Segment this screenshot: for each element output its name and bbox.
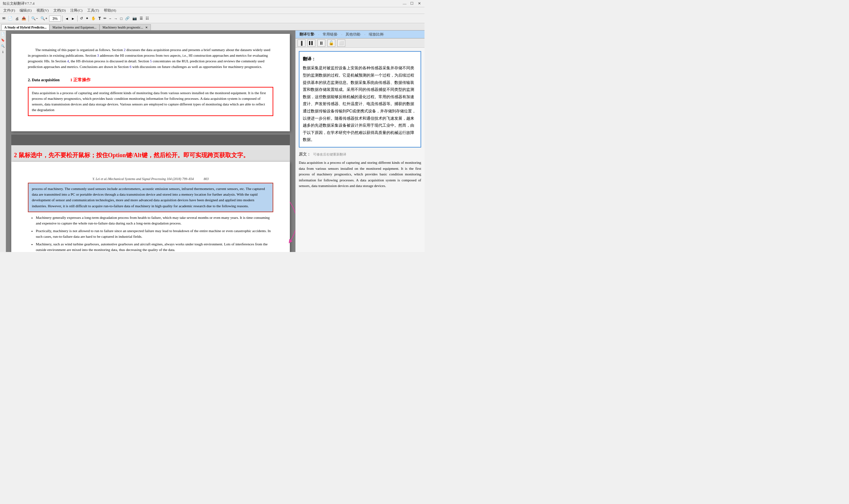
right-panel-toolbar: ‖ ▌▌ ⏸ 🔓 ⬜	[295, 38, 424, 48]
rp-lock-btn[interactable]: 🔓	[327, 39, 335, 47]
section-heading: 2. Data acquisition	[28, 77, 60, 83]
toolbar-btn-4[interactable]: 📤	[21, 15, 27, 22]
section-heading-row: 2. Data acquisition 1 正常操作	[28, 73, 273, 85]
menu-annotation[interactable]: 注释(C)	[68, 7, 85, 14]
toolbar-btn-T[interactable]: T	[97, 15, 102, 22]
translation-label: 翻译：	[303, 55, 417, 63]
document-area[interactable]: The remaining of this paper is organized…	[6, 31, 295, 252]
sidebar-icon-3[interactable]: 🔍	[1, 44, 5, 49]
toolbar-next-page[interactable]: ►	[70, 15, 76, 22]
instruction-label-2: 2 鼠标选中，先不要松开鼠标；按住Option键/Alt键，然后松开。即可实现跨…	[14, 151, 287, 159]
bullet-item-0: Machinery generally expresses a long-ter…	[36, 215, 273, 226]
maximize-button[interactable]: ☐	[409, 1, 415, 6]
rp-pause-btn[interactable]: ⏸	[318, 39, 325, 47]
page-break-bar	[11, 134, 290, 145]
sidebar-icon-2[interactable]: 🔖	[1, 38, 5, 42]
highlighted-paragraph-text: Data acquisition is a process of capturi…	[32, 91, 266, 112]
menu-help[interactable]: 帮助(H)	[102, 7, 118, 14]
original-label: 原文： 可修改后右键重新翻译	[299, 151, 421, 157]
toolbar-zoom-in[interactable]: 🔍+	[39, 15, 48, 22]
rp-tab-zoom[interactable]: 缩放比例·	[367, 31, 386, 37]
footer-ref: Y. Lei et al./Mechanical Systems and Sig…	[28, 176, 273, 181]
tab-1[interactable]: Marine Systems and Equipmen...	[50, 24, 100, 30]
menu-file[interactable]: 文件(F)	[1, 7, 17, 14]
right-panel-tabs: 翻译引擎· · 常用链接· · 其他功能· · 缩放比例·	[295, 31, 424, 38]
toolbar-btn-pen[interactable]: ✏	[103, 15, 107, 22]
right-panel-content[interactable]: 翻译： 数据采集是对被监控设备上安装的各种传感器采集并存储不同类型的监测数据的过…	[295, 48, 424, 252]
selected-paragraph-text: process of machinery. The commonly used …	[32, 187, 265, 208]
section-link-4[interactable]: 4	[67, 59, 69, 63]
section-link-6[interactable]: 6	[130, 65, 132, 69]
main-layout: 📄 🔖 🔍 ℹ The remaining of this paper is o…	[0, 31, 424, 252]
toolbar-sep-2	[62, 16, 63, 21]
tab-2[interactable]: Machinery health prognostic... ✕	[100, 24, 151, 30]
footer-page-number: 803	[204, 177, 209, 181]
close-button[interactable]: ✕	[417, 1, 422, 6]
right-panel: 翻译引擎· · 常用链接· · 其他功能· · 缩放比例· ‖ ▌▌ ⏸ 🔓 ⬜…	[295, 31, 424, 252]
zoom-input[interactable]: 3%	[49, 16, 61, 21]
tab-0-label: A Study of Hybrid Predictio...	[4, 25, 47, 29]
bullet-item-2: Machinery, such as wind turbine gearboxe…	[36, 241, 273, 252]
tab-2-close[interactable]: ✕	[145, 26, 148, 29]
document-tabs: A Study of Hybrid Predictio... Marine Sy…	[0, 23, 424, 31]
menu-tools[interactable]: 工具(T)	[85, 7, 101, 14]
selected-text-box[interactable]: process of machinery. The commonly used …	[28, 183, 273, 212]
highlighted-paragraph-box: Data acquisition is a process of capturi…	[28, 87, 273, 116]
section-link-2[interactable]: 2	[124, 48, 126, 52]
section-link-5[interactable]: 5	[150, 59, 152, 63]
original-text: Data acquisition is a process of capturi…	[299, 160, 421, 189]
intro-paragraph: The remaining of this paper is organized…	[28, 47, 273, 70]
bullet-item-1: Practically, machinery is not allowed to…	[36, 228, 273, 239]
footer-ref-text: Y. Lei et al./Mechanical Systems and Sig…	[92, 177, 194, 181]
rp-tab-translation[interactable]: 翻译引擎·	[297, 31, 317, 37]
section-link-3[interactable]: 3	[97, 53, 99, 57]
menu-doc[interactable]: 文档(D)	[51, 7, 68, 14]
toolbar-btn-line[interactable]: −	[108, 15, 112, 22]
original-note: 可修改后右键重新翻译	[313, 152, 346, 156]
original-section: 原文： 可修改后右键重新翻译 Data acquisition is a pro…	[299, 151, 421, 189]
translation-box: 翻译： 数据采集是对被监控设备上安装的各种传感器采集并存储不同类型的监测数据的过…	[299, 51, 421, 147]
title-bar: 知云文献翻译V7.7.4 — ☐ ✕	[0, 0, 424, 7]
toolbar-btn-hand[interactable]: ✋	[90, 15, 97, 22]
toolbar-btn-link[interactable]: 🔗	[124, 15, 131, 22]
toolbar-btn-3[interactable]: 🖨	[14, 15, 20, 22]
document-page-bottom: Y. Lei et al./Mechanical Systems and Sig…	[11, 162, 290, 252]
minimize-button[interactable]: —	[402, 1, 407, 6]
sidebar-icon-4[interactable]: ℹ	[1, 50, 5, 54]
toolbar-btn-select[interactable]: ✦	[85, 15, 90, 22]
rp-tab-other[interactable]: 其他功能·	[344, 31, 363, 37]
toolbar-zoom-out[interactable]: 🔍−	[30, 15, 39, 22]
tab-2-label: Machinery health prognostic...	[103, 25, 143, 29]
window-controls: — ☐ ✕	[402, 1, 422, 6]
tab-0[interactable]: A Study of Hybrid Predictio...	[1, 24, 50, 30]
toolbar-sep-1	[29, 16, 29, 21]
instruction-label-1: 1 正常操作	[70, 77, 91, 83]
toolbar-btn-2[interactable]: 📄	[7, 15, 14, 22]
menu-view[interactable]: 视图(V)	[35, 7, 51, 14]
sidebar-icon-1[interactable]: 📄	[1, 32, 5, 36]
toolbar-btn-1[interactable]: ✉	[1, 15, 6, 22]
instruction-area: 2 鼠标选中，先不要松开鼠标；按住Option键/Alt键，然后松开。即可实现跨…	[11, 145, 290, 162]
rp-copy-btn-2[interactable]: ▌▌	[307, 39, 315, 47]
original-label-text: 原文：	[299, 152, 311, 157]
doc-wrapper: The remaining of this paper is organized…	[11, 34, 290, 252]
rp-copy-btn-1[interactable]: ‖	[297, 39, 305, 47]
rp-fullscreen-btn[interactable]: ⬜	[337, 39, 345, 47]
toolbar-btn-arrow[interactable]: →	[113, 15, 119, 22]
tab-1-label: Marine Systems and Equipmen...	[52, 25, 96, 29]
menu-edit[interactable]: 编辑(E)	[18, 7, 34, 14]
toolbar-btn-shape[interactable]: □	[119, 15, 123, 22]
toolbar-btn-rotate[interactable]: ↺	[79, 15, 84, 22]
sidebar-icons: 📄 🔖 🔍 ℹ	[0, 31, 6, 252]
toolbar-btn-img[interactable]: 📷	[131, 15, 138, 22]
toolbar-btn-more1[interactable]: ☰	[139, 15, 144, 22]
menu-bar: 文件(F) 编辑(E) 视图(V) 文档(D) 注释(C) 工具(T) 帮助(H…	[0, 7, 424, 14]
bullet-list: Machinery generally expresses a long-ter…	[36, 215, 273, 252]
toolbar-prev-page[interactable]: ◄	[64, 15, 70, 22]
toolbar-btn-more2[interactable]: ☷	[145, 15, 150, 22]
app-title: 知云文献翻译V7.7.4	[3, 1, 35, 6]
main-toolbar: ✉ 📄 🖨 📤 🔍− 🔍+ 3% ◄ ► ↺ ✦ ✋ T ✏ − → □ 🔗 📷…	[0, 14, 424, 23]
arrow-annotation	[287, 195, 295, 248]
rp-tab-links[interactable]: 常用链接·	[321, 31, 340, 37]
translation-text: 数据采集是对被监控设备上安装的各种传感器采集并存储不同类型的监测数据的过程。它是…	[303, 65, 417, 144]
